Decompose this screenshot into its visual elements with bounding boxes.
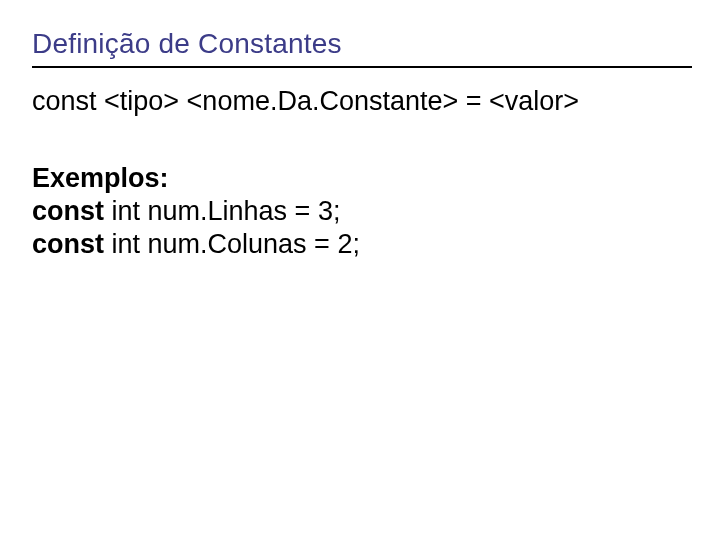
example-code: int num.Linhas = 3; (104, 196, 340, 226)
slide-title: Definição de Constantes (32, 28, 692, 60)
keyword-const: const (32, 229, 104, 259)
slide: Definição de Constantes const <tipo> <no… (0, 0, 720, 540)
examples-heading: Exemplos: (32, 163, 692, 194)
example-line: const int num.Colunas = 2; (32, 229, 692, 260)
title-underline (32, 66, 692, 68)
example-line: const int num.Linhas = 3; (32, 196, 692, 227)
example-code: int num.Colunas = 2; (104, 229, 360, 259)
syntax-line: const <tipo> <nome.Da.Constante> = <valo… (32, 86, 692, 117)
keyword-const: const (32, 196, 104, 226)
